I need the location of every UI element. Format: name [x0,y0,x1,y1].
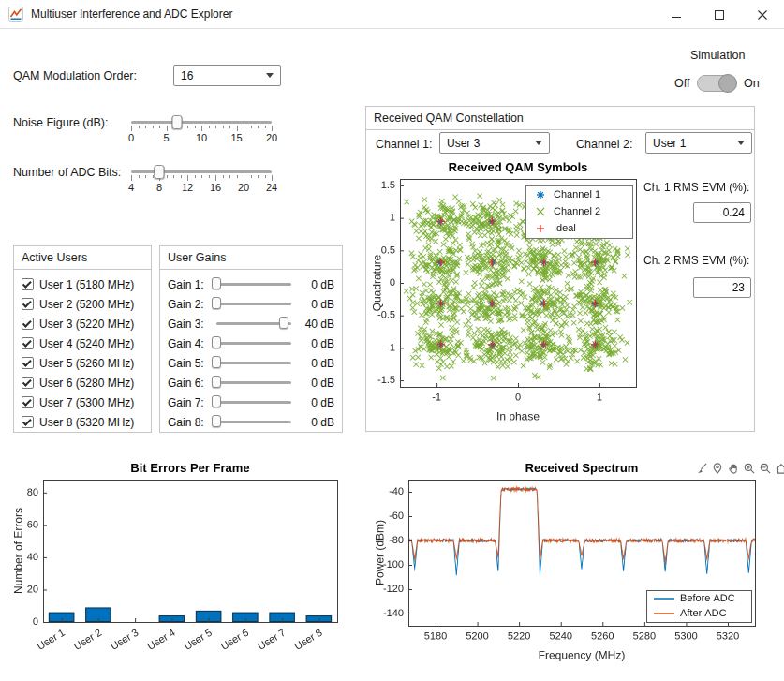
slider-tick-mark [153,175,154,178]
maximize-button[interactable] [698,0,741,29]
simulation-label: Simulation [690,49,745,62]
datatips-icon[interactable] [710,461,724,475]
gain-value: 0 dB [311,416,334,429]
gain-label: Gain 1: [168,278,204,291]
switch-knob[interactable] [718,74,737,93]
slider-tick-label: 20 [266,132,277,143]
bit-errors-chart [9,457,358,668]
zoom-in-icon[interactable] [742,461,756,475]
close-button[interactable] [741,0,784,29]
user-checkbox[interactable] [22,278,34,290]
gain-slider[interactable] [216,296,291,311]
slider-tick-mark [258,126,259,128]
user-checkbox-label: User 2 (5200 MHz) [39,298,134,311]
slider-tick-mark [251,126,252,128]
slider-tick-mark [229,126,230,128]
slider-track[interactable] [216,283,291,286]
user-checkbox[interactable] [22,416,34,428]
brush-icon[interactable] [694,461,708,475]
slider-track[interactable] [216,362,291,364]
slider-tick-mark [272,126,273,131]
slider-tick-mark [265,175,266,178]
user-checkbox[interactable] [22,377,34,389]
slider-tick-mark [209,175,210,178]
gain-slider[interactable] [216,276,291,291]
slider-tick-mark [223,175,224,178]
gain-row: Gain 4:0 dB [160,333,342,353]
slider-thumb[interactable] [155,165,165,179]
home-icon[interactable] [774,461,784,475]
channel2-dropdown[interactable]: User 1 [645,132,752,154]
slider-track[interactable] [216,303,291,305]
gain-value: 0 dB [311,337,334,350]
switch-off-label: Off [674,77,689,90]
evm1-label: Ch. 1 RMS EVM (%): [643,181,749,194]
pan-icon[interactable] [726,461,740,475]
gain-label: Gain 8: [168,416,204,429]
gain-slider[interactable] [216,335,291,350]
slider-tick-mark [251,175,252,178]
evm1-field[interactable]: 0.24 [693,202,751,223]
slider-track[interactable] [131,121,272,124]
gain-slider[interactable] [216,414,291,429]
slider-tick-mark [139,175,140,178]
slider-thumb[interactable] [212,395,221,407]
slider-tick-mark [237,175,238,178]
noise-figure-slider[interactable]: 05101520 [131,115,272,147]
adc-bits-slider[interactable]: 4812162024 [131,165,272,197]
channel1-dropdown[interactable]: User 3 [439,132,550,154]
gain-label: Gain 4: [168,337,204,350]
slider-tick-label: 16 [210,182,221,193]
slider-tick-mark [223,126,224,128]
gain-slider[interactable] [216,375,291,390]
active-user-row: User 1 (5180 MHz) [22,274,134,294]
gain-value: 0 dB [311,377,334,390]
slider-thumb[interactable] [212,356,221,368]
evm2-field[interactable]: 23 [693,277,751,298]
chevron-down-icon [737,141,745,145]
slider-thumb[interactable] [212,415,221,427]
qam-order-dropdown[interactable]: 16 [173,65,281,86]
slider-track[interactable] [131,170,272,173]
slider-track[interactable] [216,381,291,384]
slider-track[interactable] [216,342,291,345]
active-users-panel-title: Active Users [14,246,151,270]
gain-slider[interactable] [216,394,291,409]
slider-thumb[interactable] [212,336,221,348]
user-checkbox[interactable] [22,337,34,349]
minimize-button[interactable] [655,0,698,29]
slider-tick-mark [215,175,216,181]
adc-bits-label: Number of ADC Bits: [13,166,121,179]
slider-thumb[interactable] [212,297,221,309]
slider-track[interactable] [216,421,291,423]
app-icon [8,7,23,22]
spectrum-axes-toolbar [693,461,784,475]
slider-thumb[interactable] [212,277,221,289]
gain-slider[interactable] [216,316,291,331]
active-user-row: User 8 (5320 MHz) [22,412,134,432]
switch-on-label: On [744,77,760,90]
zoom-out-icon[interactable] [758,461,772,475]
noise-figure-label: Noise Figure (dB): [13,116,108,129]
chevron-down-icon [535,141,542,145]
slider-tick-mark [131,175,132,181]
slider-tick-label: 4 [128,182,134,193]
titlebar: Multiuser Interference and ADC Explorer [0,0,784,29]
slider-tick-mark [215,126,216,128]
spectrum-plot [373,457,781,677]
slider-thumb[interactable] [279,317,288,329]
simulation-switch[interactable] [697,75,736,92]
slider-track[interactable] [216,401,291,404]
slider-thumb[interactable] [212,376,221,388]
user-checkbox[interactable] [22,298,34,310]
slider-tick-mark [244,175,244,181]
user-checkbox[interactable] [22,318,34,330]
user-checkbox[interactable] [22,357,34,369]
slider-tick-mark [131,126,132,131]
gain-row: Gain 1:0 dB [160,274,342,294]
user-checkbox[interactable] [22,396,34,408]
active-user-row: User 7 (5300 MHz) [22,392,134,412]
slider-tick-mark [181,175,182,178]
slider-thumb[interactable] [171,115,182,129]
gain-slider[interactable] [216,355,291,370]
